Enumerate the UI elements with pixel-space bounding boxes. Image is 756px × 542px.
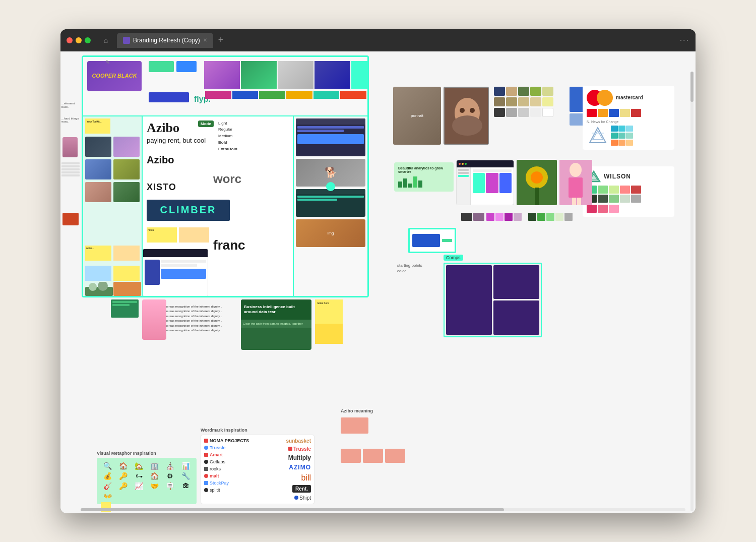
wm-malt-icon [204, 474, 208, 478]
active-tab[interactable]: Branding Refresh (Copy) ✕ [117, 33, 213, 48]
sw-black [494, 108, 505, 117]
wm-rooks-icon [204, 467, 208, 471]
ws-4 [620, 186, 630, 194]
svg-rect-16 [535, 188, 539, 205]
svg-point-1 [89, 283, 97, 291]
sw5 [313, 91, 340, 99]
sw-white [542, 108, 553, 117]
ws-row2 [587, 195, 670, 203]
wm-noma-icon [204, 439, 208, 443]
wm-trussle: Trussle [204, 445, 257, 450]
cooper-black-label: COOPER BLACK [92, 73, 137, 79]
tab-close-icon[interactable]: ✕ [203, 37, 207, 43]
close-button[interactable] [67, 37, 73, 43]
eyedropper-icon: ✎ [105, 59, 110, 66]
dash-chart [161, 269, 206, 279]
analytics-card: Beautiful analytics to grow smarter [394, 162, 454, 192]
maximize-button[interactable] [85, 37, 91, 43]
azibo-meaning-section: Azibo meaning [341, 408, 414, 463]
rd-header [457, 160, 514, 167]
ws-3 [609, 186, 619, 194]
sticky-blue-1 [85, 266, 111, 281]
icon-chart: 📊 [179, 462, 193, 470]
icon-buildings: 🏢 [148, 462, 161, 470]
sc1-l1 [297, 126, 364, 129]
wilson-label: WILSON [604, 173, 631, 180]
portrait-label: portrait [393, 87, 441, 145]
bar-4 [413, 176, 417, 188]
wm-t2-icon [288, 447, 292, 451]
mc-sw1 [587, 109, 597, 117]
text-list: •Whereas recognition of the inherent dig… [161, 305, 237, 334]
green-dot [326, 182, 335, 191]
mc-label: mastercard [616, 95, 643, 100]
np-2 [618, 126, 625, 132]
li-1 [61, 162, 80, 164]
sw6 [340, 91, 366, 99]
np-8 [618, 140, 625, 146]
wm-splitit-icon [204, 488, 208, 492]
canvas[interactable]: COOPER BLACK flyp. [60, 51, 696, 513]
svg-rect-19 [569, 177, 583, 198]
rd-sl2 [458, 172, 469, 174]
np-3 [626, 126, 633, 132]
photo-green-2 [113, 182, 140, 202]
sidebar-text-top: ...element back. [61, 102, 80, 110]
fashion-image [559, 160, 592, 205]
bi-card-body: Clear the path from data to insights, to… [241, 320, 311, 328]
sticky-note-top: Your Toolkit... [85, 118, 110, 134]
wm-stockpay: StockPay [204, 480, 257, 486]
dash-line-2 [161, 264, 197, 267]
home-button[interactable]: ⌂ [99, 33, 113, 47]
tab-bar: Branding Refresh (Copy) ✕ + [117, 33, 676, 48]
scrollbar[interactable] [690, 72, 694, 511]
mc-sw3 [609, 109, 619, 117]
screenshot-1 [296, 118, 365, 156]
np-5 [618, 133, 625, 139]
comps-section: Comps [444, 252, 542, 337]
blue-accent-box [149, 92, 189, 102]
sticky-yellow-1: notes... [85, 246, 111, 261]
mastercard-section: mastercard N. News for Change [583, 86, 674, 150]
mc-swatches [587, 109, 670, 117]
sc1-body [296, 125, 365, 146]
ws-11 [587, 205, 597, 213]
icon-guitar: 🎸 [101, 482, 114, 490]
sw-wheat [518, 97, 529, 106]
green-card-1 [111, 299, 139, 318]
scrollbar-thumb[interactable] [690, 72, 694, 102]
sm3-5 [564, 213, 573, 221]
icon-home: 🏠 [116, 462, 130, 470]
mc-sw5 [631, 109, 641, 117]
figure-illustration [62, 137, 78, 157]
bi-card-text: Clear the path from data to insights, to… [243, 322, 309, 326]
swatches-mid2 [486, 213, 522, 221]
swatches-mid [461, 213, 484, 221]
ws-8 [609, 195, 619, 203]
photo-gray [278, 61, 313, 89]
more-options-button[interactable]: ··· [680, 36, 689, 45]
swatch-row-1 [494, 87, 553, 96]
horizontal-scrollbar[interactable] [81, 508, 685, 511]
visual-metaphor-title: Visual Metaphor Inspiration [97, 451, 197, 456]
wm-rent: Rent. [292, 485, 311, 493]
wm-shipt-icon [294, 496, 298, 500]
paying-rent-text: paying rent, but cool [147, 137, 206, 144]
h-scrollbar-thumb[interactable] [81, 508, 504, 511]
sc3-body [296, 194, 365, 202]
comps-grid [446, 265, 539, 335]
sw-lime [542, 87, 553, 96]
sw-navy [494, 87, 505, 96]
mc-logo: mastercard [587, 90, 670, 106]
wilson-section: WILSON [583, 166, 674, 217]
icon-search: 🔍 [101, 462, 114, 470]
new-tab-button[interactable]: + [215, 35, 227, 45]
photo-olive [113, 159, 140, 179]
rd-dot3 [465, 163, 467, 165]
climber-box: CLIMBER [147, 200, 230, 221]
wordmark-container: NOMA PROJECTS Trussle Amart [201, 435, 314, 504]
green-accent-1 [149, 61, 174, 72]
wordmark-grid: NOMA PROJECTS Trussle Amart [204, 438, 311, 501]
rd-cl1 [473, 169, 512, 172]
minimize-button[interactable] [76, 37, 82, 43]
